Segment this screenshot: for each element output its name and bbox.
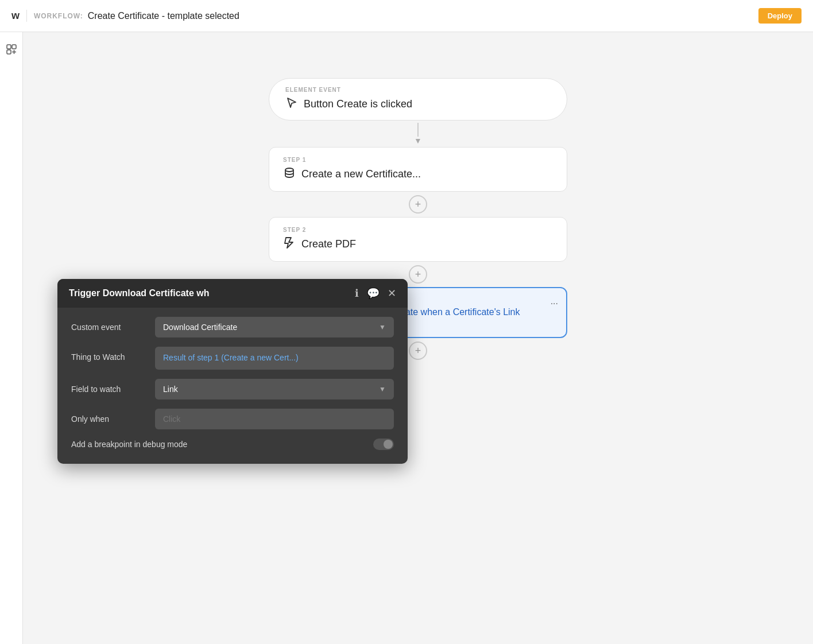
modal-header-icons: ℹ 💬 ✕ — [355, 287, 396, 300]
comment-icon[interactable]: 💬 — [367, 287, 380, 300]
close-icon[interactable]: ✕ — [388, 287, 396, 300]
add-step-btn-1[interactable]: + — [409, 195, 427, 214]
deploy-button[interactable]: Deploy — [758, 8, 802, 24]
custom-event-row: Custom event Download Certificate ▼ — [71, 317, 394, 337]
debug-mode-row: Add a breakpoint in debug mode — [71, 439, 394, 450]
arrow-down-1: ▼ — [414, 137, 422, 145]
custom-event-value: Download Certificate — [163, 323, 237, 332]
only-when-input[interactable] — [155, 409, 394, 429]
step1-text: Create a new Certificate... — [301, 168, 421, 180]
svg-rect-2 — [7, 50, 11, 54]
cursor-icon — [285, 96, 298, 112]
modal-title: Trigger Download Certificate wh — [69, 288, 209, 298]
svg-rect-0 — [7, 45, 11, 49]
add-step-btn-2[interactable]: + — [409, 265, 427, 284]
only-when-row: Only when — [71, 409, 394, 429]
step1-content: Create a new Certificate... — [283, 166, 553, 182]
database-icon — [283, 166, 296, 182]
trigger-text: Button Create is clicked — [304, 98, 412, 110]
info-icon[interactable]: ℹ — [355, 287, 359, 300]
field-to-watch-value: Link — [163, 385, 178, 394]
field-to-watch-label: Field to watch — [71, 379, 146, 394]
toggle-knob — [384, 440, 393, 449]
trigger-label: ELEMENT EVENT — [285, 87, 551, 93]
step3-more-icon[interactable]: ... — [551, 296, 558, 307]
svg-point-5 — [285, 168, 293, 172]
modal-header: Trigger Download Certificate wh ℹ 💬 ✕ — [57, 279, 408, 308]
lightning-icon — [283, 236, 296, 252]
custom-event-select[interactable]: Download Certificate ▼ — [155, 317, 394, 337]
chevron-down-icon-2: ▼ — [379, 385, 386, 393]
debug-label: Add a breakpoint in debug mode — [71, 440, 187, 449]
modal-panel: Trigger Download Certificate wh ℹ 💬 ✕ Cu… — [57, 279, 408, 464]
top-bar-actions: Deploy — [758, 8, 802, 24]
thing-to-watch-label: Thing to Watch — [71, 347, 146, 362]
step2-content: Create PDF — [283, 236, 553, 252]
modal-body: Custom event Download Certificate ▼ Thin… — [57, 308, 408, 464]
chevron-down-icon: ▼ — [379, 323, 386, 331]
field-to-watch-select[interactable]: Link ▼ — [155, 379, 394, 399]
add-step-btn-3[interactable]: + — [409, 342, 427, 360]
top-bar: w WORKFLOW: Create Certificate - templat… — [0, 0, 813, 32]
thing-to-watch-value[interactable]: Result of step 1 (Create a new Cert...) — [155, 347, 394, 370]
workflow-title: Create Certificate - template selected — [88, 11, 239, 21]
debug-toggle[interactable] — [373, 439, 394, 450]
step1-node[interactable]: STEP 1 Create a new Certificate... — [269, 147, 567, 192]
custom-event-control: Download Certificate ▼ — [155, 317, 394, 337]
thing-to-watch-row: Thing to Watch Result of step 1 (Create … — [71, 347, 394, 370]
add-element-icon[interactable] — [3, 41, 20, 57]
workflow-canvas: ELEMENT EVENT Button Create is clicked ▼… — [23, 32, 813, 644]
custom-event-label: Custom event — [71, 317, 146, 332]
connector-1: ▼ — [414, 123, 422, 145]
trigger-content: Button Create is clicked — [285, 96, 551, 112]
trigger-node[interactable]: ELEMENT EVENT Button Create is clicked — [269, 78, 567, 121]
step2-text: Create PDF — [301, 238, 356, 250]
only-when-control — [155, 409, 394, 429]
step2-node[interactable]: STEP 2 Create PDF — [269, 217, 567, 262]
left-sidebar — [0, 32, 23, 644]
thing-to-watch-control: Result of step 1 (Create a new Cert...) — [155, 347, 394, 370]
app-w-label: w — [11, 10, 27, 22]
step2-label: STEP 2 — [283, 227, 553, 233]
svg-rect-1 — [12, 45, 16, 49]
workflow-label: WORKFLOW: — [34, 12, 83, 20]
field-to-watch-row: Field to watch Link ▼ — [71, 379, 394, 399]
step1-label: STEP 1 — [283, 157, 553, 163]
field-to-watch-control: Link ▼ — [155, 379, 394, 399]
only-when-label: Only when — [71, 409, 146, 424]
